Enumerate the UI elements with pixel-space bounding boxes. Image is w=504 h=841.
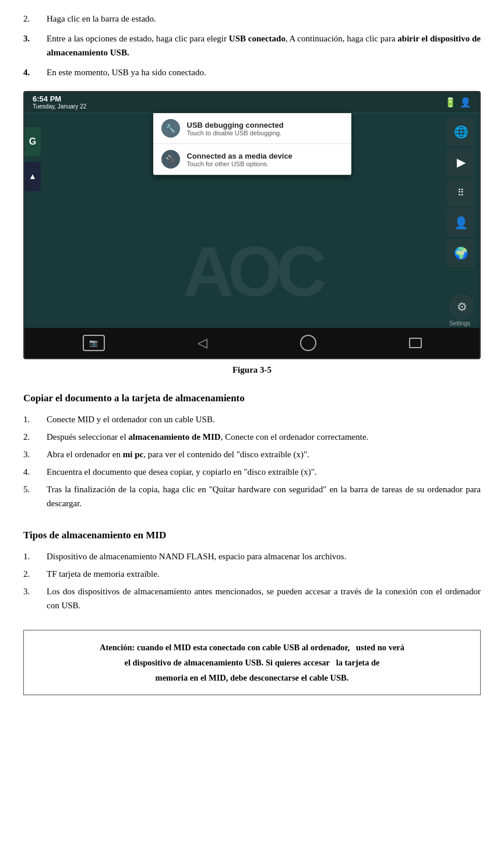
attention-line1: Atención: cuando el MID esta conectado c… [100,643,404,652]
right-sidebar: 🌐 ▶ ⠿ 👤 🌍 [445,113,480,272]
section2-item-1-content: Dispositivo de almacenamiento NAND FLASH… [47,549,481,563]
section1-item-5: 5. Tras la finalización de la copia, hag… [23,482,481,510]
section1-item-2-num: 2. [23,430,47,444]
notification-panel[interactable]: 🔧 USB debugging connected Touch to disab… [153,113,351,175]
usb-debug-notification[interactable]: 🔧 USB debugging connected Touch to disab… [153,113,351,144]
camera-icon: 📷 [89,339,98,348]
section1-item-1-num: 1. [23,412,47,426]
media-device-icon: 🔌 [161,150,180,169]
back-nav-btn[interactable]: ◁ [198,335,207,351]
android-screen[interactable]: 6:54 PM Tuesday, January 22 🔋 👤 🔧 USB de… [23,91,481,359]
earth-icon-btn[interactable]: 🌍 [447,239,475,267]
step-4-num: 4. [23,65,47,79]
usb-debug-subtitle: Touch to disable USB debugging. [187,129,343,136]
section1-item-3-content: Abra el ordenador en mi pc, para ver el … [47,447,481,461]
step-3-num: 3. [23,31,47,59]
media-device-notification[interactable]: 🔌 Connected as a media device Touch for … [153,144,351,175]
media-device-title: Connected as a media device [187,152,343,160]
sim-icon: 🔋 [445,97,456,108]
camera-nav-btn[interactable]: 📷 [83,335,105,351]
section1-heading: Copiar el documento a la tarjeta de alma… [23,393,481,404]
time-display: 6:54 PM [33,94,86,104]
bell-icon[interactable]: ▲ [24,162,41,191]
attention-block: Atención: cuando el MID esta conectado c… [23,630,481,695]
section1-item-2-content: Después seleccionar el almacenamiento de… [47,430,481,444]
section2-item-1-num: 1. [23,549,47,563]
section1-item-4: 4. Encuentra el documento que desea copi… [23,465,481,479]
section2-item-3-num: 3. [23,584,47,612]
usb-debug-text: USB debugging connected Touch to disable… [187,121,343,136]
section2-item-3: 3. Los dos dispositivos de almacenamient… [23,584,481,612]
settings-label: Settings [443,320,476,327]
section1-item-2: 2. Después seleccionar el almacenamiento… [23,430,481,444]
section2-item-2-content: TF tarjeta de memoria extraíble. [47,567,481,581]
section1-item-5-num: 5. [23,482,47,510]
media-device-text: Connected as a media device Touch for ot… [187,152,343,167]
user-icon: 👤 [460,97,471,108]
recents-nav-btn[interactable] [409,338,422,348]
status-time: 6:54 PM Tuesday, January 22 [33,94,86,111]
section2-item-3-content: Los dos dispositivos de almacenamiento a… [47,584,481,612]
section2-item-2: 2. TF tarjeta de memoria extraíble. [23,567,481,581]
section1-item-1: 1. Conecte MID y el ordenador con un cab… [23,412,481,426]
step-2-content: Haga clic en la barra de estado. [47,12,481,26]
step-3: 3. Entre a las opciones de estado, haga … [23,31,481,59]
person-icon-btn[interactable]: 👤 [447,209,475,237]
apps-icon-btn[interactable]: ⠿ [447,178,475,206]
status-bar: 6:54 PM Tuesday, January 22 🔋 👤 [24,92,480,113]
aoc-logo: AOC [183,231,321,311]
status-icons: 🔋 👤 [445,97,471,108]
section1-item-3-num: 3. [23,447,47,461]
section1-item-5-content: Tras la finalización de la copia, haga c… [47,482,481,510]
section1-item-4-num: 4. [23,465,47,479]
settings-icon[interactable]: ⚙ [449,294,475,320]
step-3-bold1: USB conectado [229,34,286,43]
section1-bold: almacenamiento de MID [128,432,220,441]
bottom-nav: 📷 ◁ [24,328,480,358]
usb-debug-title: USB debugging connected [187,121,343,129]
usb-debug-icon: 🔧 [161,119,180,138]
attention-line2: el dispositivo de almacenamiento USB. Si… [124,658,379,667]
section2-heading: Tipos de almacenamiento en MID [23,530,481,541]
screenshot-wrapper: 6:54 PM Tuesday, January 22 🔋 👤 🔧 USB de… [23,91,481,359]
media-device-subtitle: Touch for other USB options. [187,160,343,167]
attention-line3: memoria en el MID, debe desconectarse el… [156,673,349,682]
google-icon[interactable]: G [24,127,41,156]
section1-item-3: 3. Abra el ordenador en mi pc, para ver … [23,447,481,461]
step-4: 4. En este momento, USB ya ha sido conec… [23,65,481,79]
step-2-num: 2. [23,12,47,26]
section1-item-4-content: Encuentra el documento que desea copiar,… [47,465,481,479]
globe-icon-btn[interactable]: 🌐 [447,118,475,146]
section2-item-1: 1. Dispositivo de almacenamiento NAND FL… [23,549,481,563]
play-icon-btn[interactable]: ▶ [447,148,475,176]
step-4-content: En este momento, USB ya ha sido conectad… [47,65,481,79]
home-nav-btn[interactable] [300,335,316,351]
step-2: 2. Haga clic en la barra de estado. [23,12,481,26]
section2-item-2-num: 2. [23,567,47,581]
date-display: Tuesday, January 22 [33,103,86,110]
figure-caption: Figura 3-5 [23,365,481,375]
section1-item-1-content: Conecte MID y el ordenador con un cable … [47,412,481,426]
section1-mipc-bold: mi pc [123,450,143,459]
step-3-content: Entre a las opciones de estado, haga cli… [47,31,481,59]
